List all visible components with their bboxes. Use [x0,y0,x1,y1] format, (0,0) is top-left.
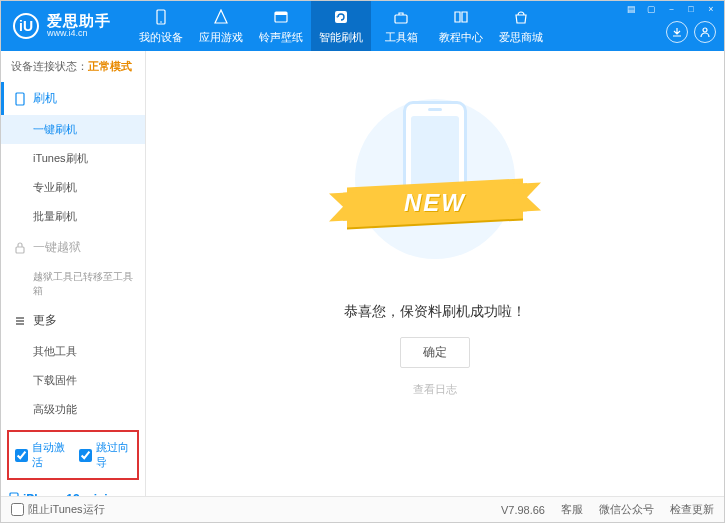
status-bar: 阻止iTunes运行 V7.98.66 客服 微信公众号 检查更新 [1,496,724,522]
sidebar-item-batch[interactable]: 批量刷机 [1,202,145,231]
section-jailbreak: 一键越狱 越狱工具已转移至工具箱 [1,231,145,304]
phone-icon [152,8,170,26]
svg-rect-5 [395,15,407,23]
sidebar-item-oneclick[interactable]: 一键刷机 [1,115,145,144]
options-box: 自动激活 跳过向导 [7,430,139,480]
section-title: 一键越狱 [33,239,81,256]
title-bar: ▤ ▢ － □ × iU 爱思助手 www.i4.cn 我的设备 应用游戏 [1,1,724,51]
checkbox[interactable] [11,503,24,516]
apps-icon [212,8,230,26]
toolbox-icon [392,8,410,26]
nav-tutorials[interactable]: 教程中心 [431,1,491,51]
section-flash: 刷机 一键刷机 iTunes刷机 专业刷机 批量刷机 [1,82,145,231]
nav-label: 铃声壁纸 [259,30,303,45]
body: 设备连接状态：正常模式 刷机 一键刷机 iTunes刷机 专业刷机 批量刷机 一… [1,51,724,496]
user-icon[interactable] [694,21,716,43]
ok-button[interactable]: 确定 [400,337,470,368]
nav-flash[interactable]: 智能刷机 [311,1,371,51]
nav-ringtones[interactable]: 铃声壁纸 [251,1,311,51]
wechat-link[interactable]: 微信公众号 [599,502,654,517]
main-nav: 我的设备 应用游戏 铃声壁纸 智能刷机 工具箱 教程中心 [131,1,551,51]
device-info[interactable]: iPhone 12 mini 64GB Down-12mini-13,1 [1,486,145,496]
check-label: 跳过向导 [96,440,131,470]
sidebar-item-pro[interactable]: 专业刷机 [1,173,145,202]
svg-rect-3 [275,12,287,15]
service-link[interactable]: 客服 [561,502,583,517]
svg-rect-7 [16,93,24,105]
download-icon[interactable] [666,21,688,43]
svg-point-1 [160,21,162,23]
ribbon-text: NEW [404,189,466,217]
book-icon [452,8,470,26]
app-window: ▤ ▢ － □ × iU 爱思助手 www.i4.cn 我的设备 应用游戏 [0,0,725,523]
check-label: 自动激活 [32,440,67,470]
success-illustration: NEW [335,91,535,281]
section-flash-head[interactable]: 刷机 [1,82,145,115]
status-value: 正常模式 [88,60,132,72]
connection-status: 设备连接状态：正常模式 [1,51,145,82]
main-content: NEW 恭喜您，保资料刷机成功啦！ 确定 查看日志 [146,51,724,496]
update-link[interactable]: 检查更新 [670,502,714,517]
nav-toolbox[interactable]: 工具箱 [371,1,431,51]
store-icon [512,8,530,26]
phone-icon [13,92,27,106]
section-title: 更多 [33,312,57,329]
section-jailbreak-head[interactable]: 一键越狱 [1,231,145,264]
check-skip-guide[interactable]: 跳过向导 [79,440,131,470]
success-message: 恭喜您，保资料刷机成功啦！ [344,303,526,321]
nav-label: 应用游戏 [199,30,243,45]
app-title: 爱思助手 [47,13,111,30]
section-more: 更多 其他工具 下载固件 高级功能 [1,304,145,424]
sidebar-item-advanced[interactable]: 高级功能 [1,395,145,424]
app-subtitle: www.i4.cn [47,29,111,39]
section-more-head[interactable]: 更多 [1,304,145,337]
version-label: V7.98.66 [501,504,545,516]
section-title: 刷机 [33,90,57,107]
check-auto-activate[interactable]: 自动激活 [15,440,67,470]
sidebar-item-firmware[interactable]: 下载固件 [1,366,145,395]
checkbox[interactable] [79,449,92,462]
sidebar: 设备连接状态：正常模式 刷机 一键刷机 iTunes刷机 专业刷机 批量刷机 一… [1,51,146,496]
svg-point-6 [703,28,707,32]
block-itunes-check[interactable]: 阻止iTunes运行 [11,502,105,517]
checkbox[interactable] [15,449,28,462]
check-label: 阻止iTunes运行 [28,502,105,517]
wallpaper-icon [272,8,290,26]
jailbreak-note: 越狱工具已转移至工具箱 [1,264,145,304]
svg-rect-8 [16,247,24,253]
status-label: 设备连接状态： [11,60,88,72]
flash-icon [332,8,350,26]
menu-icon [13,315,27,327]
header-actions [666,1,716,51]
nav-label: 工具箱 [385,30,418,45]
nav-label: 智能刷机 [319,30,363,45]
skin-icon[interactable]: ▢ [644,3,658,15]
menu-icon[interactable]: ▤ [624,3,638,15]
sidebar-item-other[interactable]: 其他工具 [1,337,145,366]
view-log-link[interactable]: 查看日志 [413,382,457,397]
nav-store[interactable]: 爱思商城 [491,1,551,51]
nav-label: 我的设备 [139,30,183,45]
nav-label: 教程中心 [439,30,483,45]
lock-icon [13,242,27,254]
logo: iU 爱思助手 www.i4.cn [1,13,123,39]
logo-icon: iU [13,13,39,39]
nav-my-device[interactable]: 我的设备 [131,1,191,51]
sidebar-item-itunes[interactable]: iTunes刷机 [1,144,145,173]
nav-label: 爱思商城 [499,30,543,45]
nav-apps[interactable]: 应用游戏 [191,1,251,51]
